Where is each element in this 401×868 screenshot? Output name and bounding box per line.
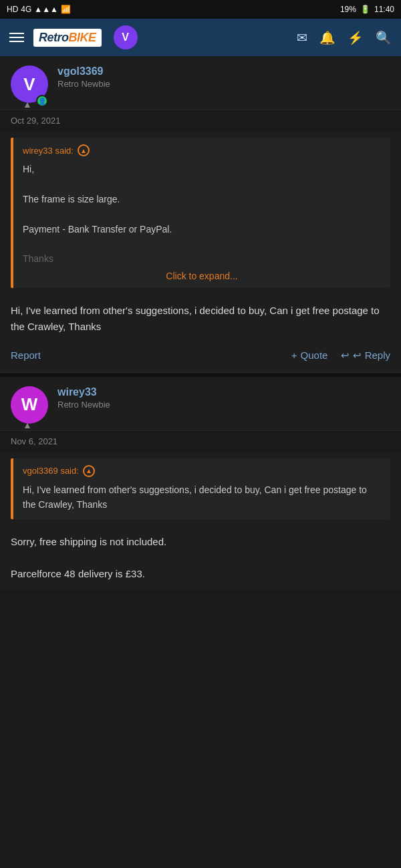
post-1-date: Oct 29, 2021 xyxy=(0,110,401,131)
post-1-quote: wirey33 said: ▲ Hi, The frame is size la… xyxy=(11,138,390,288)
quote-1-author-line: wirey33 said: ▲ xyxy=(23,144,381,156)
notification-bell-icon[interactable]: 🔔 xyxy=(319,30,336,45)
post-1-body: Hi, I've learned from other's suggestion… xyxy=(0,295,401,343)
quote-line-1: Hi, xyxy=(23,162,381,176)
post-2-body1: Sorry, free shipping is not included. xyxy=(0,526,401,558)
post-2-body2: Parcelforce 48 delivery is £33. xyxy=(0,558,401,590)
post-1-user-header: V vgol3369 Retro Newbie 👤 ▲ xyxy=(0,56,401,110)
quote-1-up-arrow-icon[interactable]: ▲ xyxy=(78,144,90,156)
quote-2-content: Hi, I've learned from other's suggestion… xyxy=(23,482,381,513)
quote-line-2: The frame is size large. xyxy=(23,192,381,206)
post-2-date: Nov 6, 2021 xyxy=(0,430,401,452)
reply-arrow-icon: ↩ xyxy=(341,349,350,361)
post-2-user-info: wirey33 Retro Newbie xyxy=(57,386,110,410)
post-1-user-role: Retro Newbie xyxy=(57,79,110,89)
signal-icon: 4G xyxy=(21,5,31,14)
post-2-user-role: Retro Newbie xyxy=(57,400,110,410)
nav-bar: RetroBIKE V ✉ 🔔 ⚡ 🔍 xyxy=(0,19,401,56)
post-2: W wirey33 Retro Newbie ▲ Nov 6, 2021 vgo… xyxy=(0,377,401,590)
online-status-icon: 👤 xyxy=(36,95,48,107)
time-display: 11:40 xyxy=(374,5,394,14)
post-1-actions: Report + Quote ↩ ↩ Reply xyxy=(0,343,401,373)
post-1: V vgol3369 Retro Newbie 👤 ▲ Oct 29, 2021… xyxy=(0,56,401,373)
activity-bolt-icon[interactable]: ⚡ xyxy=(348,30,364,45)
reply-button[interactable]: ↩ ↩ Reply xyxy=(341,349,390,361)
battery-icon: 🔋 xyxy=(360,5,370,14)
wifi-icon: 📶 xyxy=(61,5,71,14)
post-1-user-info: vgol3369 Retro Newbie xyxy=(57,65,110,89)
site-logo[interactable]: RetroBIKE xyxy=(33,29,102,47)
quote-button[interactable]: + Quote xyxy=(291,349,328,361)
reply-label: ↩ Reply xyxy=(353,349,390,361)
quote-2-author-label: vgol3369 said: xyxy=(23,466,79,476)
status-bar: HD 4G ▲▲▲ 📶 19% 🔋 11:40 xyxy=(0,0,401,19)
quote-2-up-arrow-icon[interactable]: ▲ xyxy=(83,465,95,477)
quote-label: Quote xyxy=(301,349,328,361)
search-icon[interactable]: 🔍 xyxy=(376,30,392,45)
network-indicator: HD xyxy=(7,5,18,14)
quote-1-content: Hi, The frame is size large. Payment - B… xyxy=(23,162,381,267)
post-1-action-right: + Quote ↩ ↩ Reply xyxy=(291,349,390,361)
post-2-username[interactable]: wirey33 xyxy=(57,386,110,398)
post-2-quote: vgol3369 said: ▲ Hi, I've learned from o… xyxy=(11,458,390,519)
quote-plus-icon: + xyxy=(291,349,297,361)
quote-1-author-label: wirey33 said: xyxy=(23,146,74,156)
status-left: HD 4G ▲▲▲ 📶 xyxy=(7,5,71,14)
battery-percent: 19% xyxy=(340,5,356,14)
post-2-expand-arrow-icon[interactable]: ▲ xyxy=(23,420,32,430)
quote-line-faded: Thanks xyxy=(23,251,381,266)
cellular-bars-icon: ▲▲▲ xyxy=(34,5,58,14)
post-2-avatar[interactable]: W xyxy=(11,386,48,424)
user-avatar-nav[interactable]: V xyxy=(114,25,138,49)
nav-icons: ✉ 🔔 ⚡ 🔍 xyxy=(297,30,392,45)
quote-line-3: Payment - Bank Transfer or PayPal. xyxy=(23,222,381,237)
quote-2-author-line: vgol3369 said: ▲ xyxy=(23,465,381,477)
post-2-user-header: W wirey33 Retro Newbie ▲ xyxy=(0,377,401,430)
expand-arrow-icon[interactable]: ▲ xyxy=(23,99,32,110)
hamburger-menu[interactable] xyxy=(9,33,24,42)
mail-icon[interactable]: ✉ xyxy=(297,30,307,45)
report-button[interactable]: Report xyxy=(11,349,41,361)
status-right: 19% 🔋 11:40 xyxy=(340,5,394,14)
post-1-username[interactable]: vgol3369 xyxy=(57,65,110,78)
click-to-expand[interactable]: Click to expand... xyxy=(23,271,381,281)
